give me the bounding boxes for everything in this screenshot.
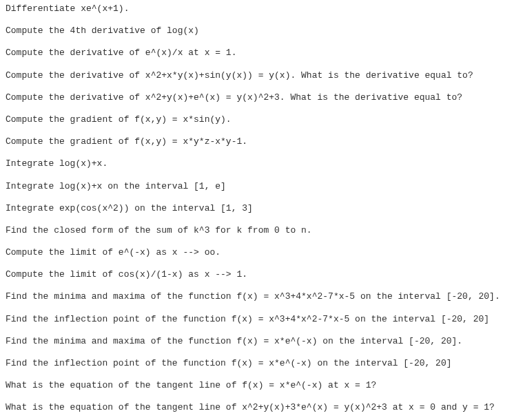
problem-line: Find the minima and maxima of the functi…: [6, 291, 508, 303]
problem-line: Integrate log(x)+x on the interval [1, e…: [6, 180, 508, 193]
problem-line: Compute the limit of e^(-x) as x --> oo.: [6, 246, 508, 259]
problem-line: Compute the derivative of x^2+y(x)+e^(x)…: [6, 92, 508, 104]
problem-line: Find the inflection point of the functio…: [6, 357, 508, 370]
problem-line: Find the closed form of the sum of k^3 f…: [6, 224, 508, 237]
problem-line: What is the equation of the tangent line…: [6, 401, 508, 414]
problem-line: Integrate exp(cos(x^2)) on the interval …: [6, 202, 508, 215]
problem-line: Compute the limit of cos(x)/(1-x) as x -…: [6, 269, 508, 281]
math-problems-list: Differentiate xe^(x+1). Compute the 4th …: [6, 3, 508, 420]
problem-line: Find the inflection point of the functio…: [6, 313, 508, 326]
problem-line: Find the minima and maxima of the functi…: [6, 335, 508, 348]
problem-line: Compute the derivative of x^2+x*y(x)+sin…: [6, 70, 508, 82]
problem-line: Compute the gradient of f(x,y) = x*sin(y…: [6, 114, 508, 126]
problem-line: Integrate log(x)+x.: [6, 158, 508, 170]
problem-line: Compute the gradient of f(x,y) = x*y*z-x…: [6, 136, 508, 148]
problem-line: Differentiate xe^(x+1).: [6, 3, 508, 15]
problem-line: Compute the derivative of e^(x)/x at x =…: [6, 47, 508, 59]
problem-line: Compute the 4th derivative of log(x): [6, 25, 508, 37]
problem-line: What is the equation of the tangent line…: [6, 379, 508, 392]
